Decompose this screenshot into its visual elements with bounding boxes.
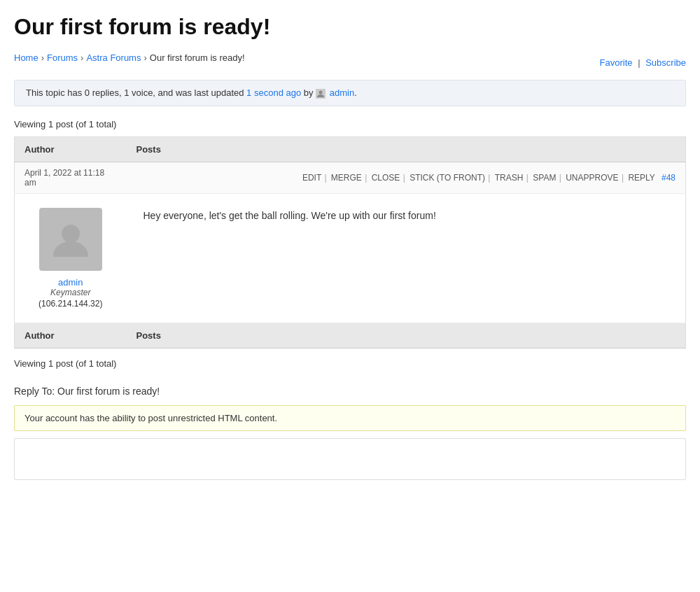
svg-point-1 <box>319 90 323 94</box>
reply-editor[interactable] <box>14 438 686 480</box>
svg-point-2 <box>62 225 80 243</box>
breadcrumb-sep-3: › <box>144 52 146 63</box>
breadcrumb-sep-2: › <box>80 52 83 63</box>
author-cell: admin Keymaster (106.214.144.32) <box>15 193 127 323</box>
merge-action[interactable]: MERGE <box>331 173 362 183</box>
breadcrumb-sep-1: › <box>41 52 44 63</box>
breadcrumb-home[interactable]: Home <box>14 52 38 63</box>
viewing-text-top: Viewing 1 post (of 1 total) <box>14 119 686 129</box>
footer-posts: Posts <box>127 323 686 348</box>
favorite-link[interactable]: Favorite <box>600 57 633 68</box>
post-body-cell: Hey everyone, let's get the ball rolling… <box>127 193 686 323</box>
topic-info-by: by <box>304 87 316 98</box>
table-header-row: Author Posts <box>15 136 686 162</box>
trash-action[interactable]: TRASH <box>495 173 524 183</box>
admin-icon <box>316 89 326 99</box>
html-notice: Your account has the ability to post unr… <box>14 405 686 431</box>
breadcrumb-actions: Favorite | Subscribe <box>600 57 686 68</box>
reply-section: Reply To: Our first forum is ready! Your… <box>14 386 686 480</box>
spam-action[interactable]: SPAM <box>533 173 556 183</box>
table-body: April 1, 2022 at 11:18 am EDIT | MERGE |… <box>15 162 686 348</box>
forum-table: Author Posts April 1, 2022 at 11:18 am E… <box>14 136 686 348</box>
topic-info-author[interactable]: admin <box>330 87 354 98</box>
post-actions: EDIT | MERGE | CLOSE | STICK (TO FRONT) … <box>127 162 686 193</box>
breadcrumb-row: Home › Forums › Astra Forums › Our first… <box>14 52 686 73</box>
header-posts: Posts <box>127 136 686 162</box>
stick-action[interactable]: STICK (TO FRONT) <box>410 173 485 183</box>
author-ip: (106.214.144.32) <box>24 299 117 309</box>
reply-title: Reply To: Our first forum is ready! <box>14 386 686 397</box>
viewing-text-bottom: Viewing 1 post (of 1 total) <box>14 358 686 369</box>
avatar <box>39 208 102 271</box>
topic-info-time[interactable]: 1 second ago <box>246 87 301 98</box>
breadcrumb: Home › Forums › Astra Forums › Our first… <box>14 52 245 63</box>
unapprove-action[interactable]: UNAPPROVE <box>566 173 618 183</box>
topic-info-text: This topic has 0 replies, 1 voice, and w… <box>26 87 244 98</box>
post-content-row: admin Keymaster (106.214.144.32) Hey eve… <box>15 193 686 323</box>
header-author: Author <box>15 136 127 162</box>
breadcrumb-forums[interactable]: Forums <box>47 52 78 63</box>
actions-sep: | <box>638 57 640 68</box>
breadcrumb-astra-forums[interactable]: Astra Forums <box>86 52 141 63</box>
footer-author: Author <box>15 323 127 348</box>
close-action[interactable]: CLOSE <box>372 173 400 183</box>
post-id[interactable]: #48 <box>662 173 676 183</box>
table-header: Author Posts <box>15 136 686 162</box>
post-date: April 1, 2022 at 11:18 am <box>15 162 127 193</box>
reply-action[interactable]: REPLY <box>628 173 654 183</box>
edit-action[interactable]: EDIT <box>302 173 321 183</box>
author-role: Keymaster <box>24 288 117 297</box>
table-footer-row: Author Posts <box>15 323 686 348</box>
topic-info-bar: This topic has 0 replies, 1 voice, and w… <box>14 80 686 106</box>
post-body: Hey everyone, let's get the ball rolling… <box>136 208 676 223</box>
author-name[interactable]: admin <box>58 277 83 288</box>
page-title: Our first forum is ready! <box>14 14 686 40</box>
post-meta-row: April 1, 2022 at 11:18 am EDIT | MERGE |… <box>15 162 686 193</box>
breadcrumb-current: Our first forum is ready! <box>150 52 245 63</box>
subscribe-link[interactable]: Subscribe <box>645 57 686 68</box>
